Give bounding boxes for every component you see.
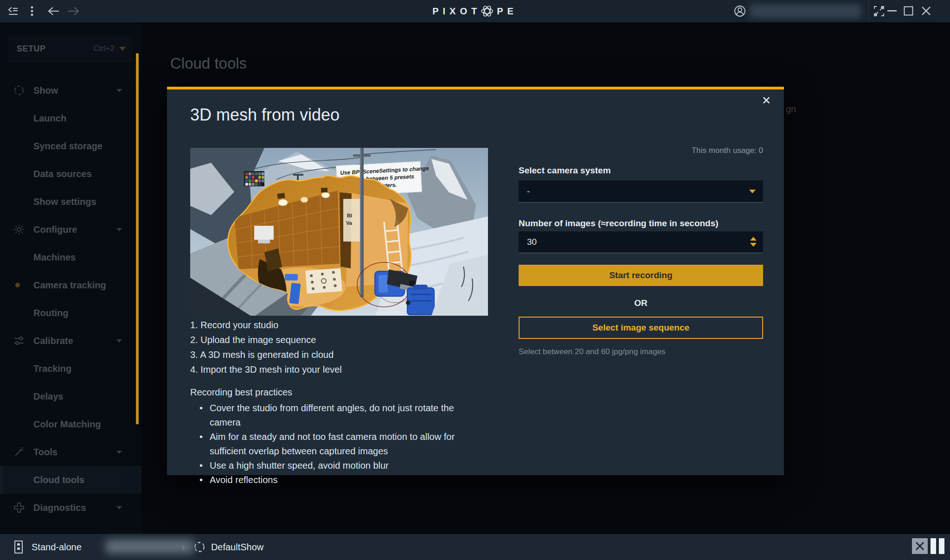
atom-icon xyxy=(479,3,495,19)
camera-system-value: - xyxy=(527,186,530,197)
camera-system-dropdown[interactable]: - xyxy=(519,180,763,203)
titlebar-separator xyxy=(868,0,869,22)
logo-text-left: PIXOT xyxy=(432,6,481,17)
spinner-up-icon[interactable] xyxy=(750,237,757,241)
step-line: 2. Upload the image sequence xyxy=(190,332,342,347)
dialog-title: 3D mesh from video xyxy=(190,105,340,125)
practice-item: Use a high shutter speed, avoid motion b… xyxy=(198,458,485,473)
camera-system-label: Select camera system xyxy=(519,165,611,176)
pause-bar-icon[interactable] xyxy=(931,538,936,554)
svg-text:Va: Va xyxy=(346,220,353,226)
spinner-down-icon[interactable] xyxy=(750,243,757,247)
fit-screen-icon[interactable] xyxy=(874,6,884,16)
pixotope-logo: PIXOT PE xyxy=(432,0,518,22)
mesh-from-video-dialog: ✕ 3D mesh from video xyxy=(167,87,784,475)
image-count-label: Number of images (≈recording time in sec… xyxy=(519,218,719,229)
best-practices-list: Cover the studio from different angles, … xyxy=(198,401,485,487)
current-show-name[interactable]: DefaultShow xyxy=(211,542,263,553)
close-window-icon[interactable] xyxy=(921,6,931,16)
stepper-arrows[interactable] xyxy=(750,237,757,247)
username-blurred xyxy=(750,4,861,18)
account-icon[interactable] xyxy=(734,5,746,17)
maximize-icon[interactable] xyxy=(904,6,913,16)
practice-item: Aim for a steady and not too fast camera… xyxy=(198,430,485,458)
svg-text:Bl: Bl xyxy=(347,213,352,218)
image-count-input[interactable] xyxy=(519,231,763,253)
sidebar-scrollbar[interactable] xyxy=(136,53,139,424)
show-icon xyxy=(193,541,205,553)
chevron-down-icon xyxy=(749,190,756,193)
step-line: 4. Import the 3D mesh into your level xyxy=(190,362,342,377)
practice-item: Avoid reflections xyxy=(198,473,485,487)
color-checker-chart xyxy=(244,171,264,186)
pause-bar-icon[interactable] xyxy=(939,538,944,554)
back-arrow-icon[interactable] xyxy=(47,6,59,16)
step-line: 3. A 3D mesh is generated in cloud xyxy=(190,347,342,362)
logo-text-right: PE xyxy=(497,6,518,17)
kebab-menu-icon[interactable] xyxy=(31,6,33,17)
select-image-sequence-button[interactable]: Select image sequence xyxy=(519,317,763,339)
workflow-steps: 1. Record your studio2. Upload the image… xyxy=(190,318,342,377)
start-recording-button[interactable]: Start recording xyxy=(519,265,763,286)
minimize-icon[interactable] xyxy=(887,10,897,12)
image-count-hint: Select between 20 and 60 jpg/png images xyxy=(519,347,666,356)
collapse-sidebar-icon[interactable] xyxy=(7,6,19,16)
connection-mode[interactable]: Stand-alone xyxy=(32,542,82,553)
title-bar: PIXOT PE xyxy=(0,0,950,22)
dialog-form: This month usage: 0 Select camera system… xyxy=(519,89,763,478)
studio-preview-image: Use BP_SceneSettings to change lighting … xyxy=(190,148,488,316)
status-blurred-text xyxy=(106,540,194,554)
step-line: 1. Record your studio xyxy=(190,318,342,332)
practice-item: Cover the studio from different angles, … xyxy=(198,401,485,430)
or-separator: OR xyxy=(519,298,763,308)
status-close-button[interactable] xyxy=(912,538,928,554)
forward-arrow-icon[interactable] xyxy=(68,6,80,16)
usage-counter: This month usage: 0 xyxy=(692,146,763,155)
machine-icon xyxy=(13,540,24,554)
best-practices-title: Recording best practices xyxy=(190,387,292,398)
